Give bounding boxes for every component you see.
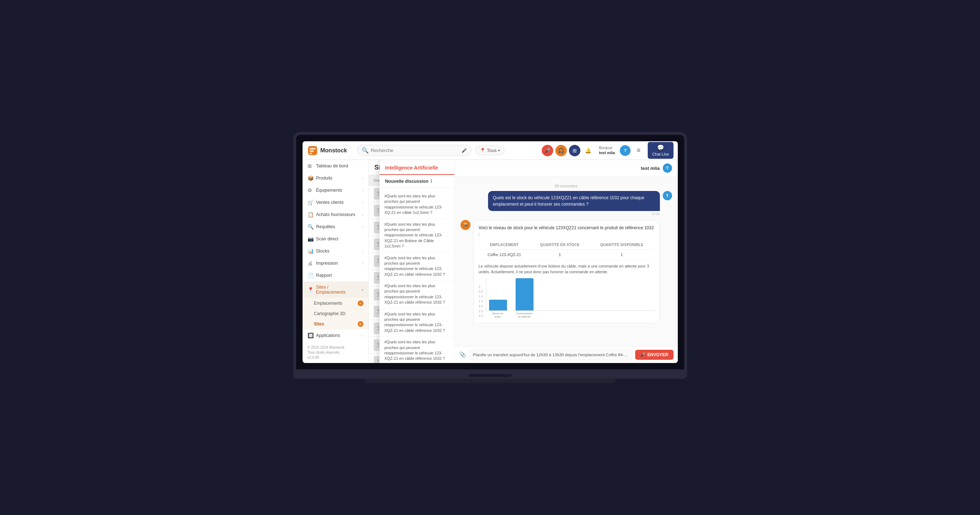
ai-input-field[interactable]: Planifie un transfert aujourd'hui de 12h… bbox=[469, 349, 632, 360]
sidebar-item-ventes-clients[interactable]: 🛒 Ventes clients › bbox=[302, 196, 368, 209]
sidebar-item-rapport[interactable]: 📄 Rapport bbox=[302, 269, 368, 282]
requetes-icon: 🔍 bbox=[307, 224, 313, 230]
ai-messages-area: 09 novembre Quels est le stock du véhicu… bbox=[455, 177, 678, 346]
conversation-item[interactable]: #Quels sont les sites les plus proches q… bbox=[380, 336, 454, 363]
emplacements-label: Emplacements bbox=[314, 301, 342, 306]
sidebar-item-applications[interactable]: 🔲 Applications › bbox=[302, 330, 368, 342]
ai-sidebar: Intelligence Artificielle Nouvelle discu… bbox=[380, 160, 455, 363]
attach-icon[interactable]: 📎 bbox=[459, 351, 466, 358]
ai-main-header: test mlia T bbox=[455, 160, 678, 177]
tableau-de-bord-icon: ⊞ bbox=[307, 163, 313, 169]
location-value: Tous bbox=[487, 148, 496, 153]
svg-point-21 bbox=[377, 326, 379, 328]
chat-live-button[interactable]: 💬 Chat LIve bbox=[648, 142, 673, 159]
bar-chart: 3.02.52.01.51.00.50 bbox=[479, 279, 654, 319]
sidebar-item-stocks[interactable]: 📊 Stocks › bbox=[302, 245, 368, 257]
conversation-item[interactable]: #Quels sont les sites les plus proches q… bbox=[380, 191, 454, 219]
ai-panel: Intelligence Artificielle Nouvelle discu… bbox=[380, 160, 678, 363]
sidebar-sub-cartographie[interactable]: Cartographie 3D bbox=[302, 309, 368, 319]
sidebar: ⊞ Tableau de bord 📦 Produits › ⚙ Équipem… bbox=[302, 160, 369, 363]
bot-intro: Voici le niveau de stock pour le véhicul… bbox=[479, 225, 654, 238]
conversation-item[interactable]: #Quels sont les sites les plus proches q… bbox=[380, 280, 454, 309]
ai-tab-title: Intelligence Artificielle bbox=[385, 165, 449, 174]
user-message-bubble: Quels est le stock du véhicule 123XQZ21 … bbox=[488, 191, 660, 211]
stock-table: EMPLACEMENT QUANTITÉ EN STOCK QUANTITÉ D… bbox=[479, 240, 654, 260]
sidebar-sub-emplacements[interactable]: Emplacements + bbox=[302, 298, 368, 309]
sidebar-label-produits: Produits bbox=[316, 176, 332, 181]
conversation-item[interactable]: #Quels sont les sites les plus proches q… bbox=[380, 309, 454, 337]
y-axis-label: 0 bbox=[479, 285, 484, 290]
svg-point-9 bbox=[377, 225, 379, 227]
sidebar-label-tableau-de-bord: Tableau de bord bbox=[316, 163, 348, 168]
achats-icon: 📋 bbox=[307, 212, 313, 217]
search-bar[interactable]: 🔍 🎤 bbox=[357, 145, 472, 156]
sidebar-item-produits[interactable]: 📦 Produits › bbox=[302, 172, 368, 184]
sidebar-label-applications: Applications bbox=[316, 333, 340, 338]
conversation-item[interactable]: #Quels sont les sites les plus proches q… bbox=[380, 252, 454, 281]
chevron-icon: › bbox=[362, 176, 363, 180]
laptop-base bbox=[293, 372, 687, 379]
hamburger-btn[interactable]: ≡ bbox=[633, 145, 644, 156]
search-icon: 🔍 bbox=[362, 147, 369, 154]
sidebar-item-equipements[interactable]: ⚙ Équipements › bbox=[302, 184, 368, 196]
search-input[interactable] bbox=[371, 148, 460, 153]
qty-stock-cell: 1 bbox=[530, 250, 589, 260]
logo-text: Monstock bbox=[320, 147, 347, 154]
chat-live-label: Chat LIve bbox=[652, 152, 669, 157]
ai-conversations-list: #Quels sont les sites les plus proches q… bbox=[380, 188, 454, 363]
chart-bars-container: Stock en main Commandes en attente bbox=[486, 279, 654, 319]
applications-icon: 🔲 bbox=[307, 333, 313, 338]
scan-icon: 📷 bbox=[307, 236, 313, 242]
emplacement-cell: Coffre 123-XQZ-21 bbox=[479, 250, 530, 260]
sidebar-label-ventes: Ventes clients bbox=[316, 200, 344, 205]
send-button[interactable]: 🎤 ENVOYER bbox=[635, 350, 673, 360]
sites-add-btn[interactable]: + bbox=[358, 321, 363, 327]
headset-btn[interactable]: 🎧 bbox=[555, 145, 567, 156]
sidebar-item-sites-emplacements[interactable]: 📍 Sites / Emplacements ▾ bbox=[302, 282, 368, 298]
bot-message-bubble: Voici le niveau de stock pour le véhicul… bbox=[473, 220, 660, 323]
notification-btn[interactable]: 🔔 bbox=[582, 145, 594, 156]
laptop-notch bbox=[469, 374, 512, 377]
bot-avatar-icon: 📦 bbox=[460, 220, 471, 230]
conversation-item[interactable]: #Quels sont les sites les plus proches q… bbox=[380, 219, 454, 252]
cartographie-label: Cartographie 3D bbox=[314, 311, 345, 316]
chevron-icon: › bbox=[362, 225, 363, 229]
svg-point-23 bbox=[377, 342, 379, 345]
stock-row: Coffre 123-XQZ-21 1 1 bbox=[479, 250, 654, 260]
user-msg-avatar: T bbox=[663, 191, 672, 200]
sidebar-item-impression[interactable]: 🖨 Impression › bbox=[302, 257, 368, 269]
location-dropdown[interactable]: 📍 Tous ▾ bbox=[475, 146, 504, 155]
chevron-icon: › bbox=[362, 189, 363, 192]
grid-btn[interactable]: ⊞ bbox=[569, 145, 581, 156]
svg-rect-1 bbox=[310, 148, 315, 149]
ai-main: test mlia T 09 novembre Quels est le sto… bbox=[455, 160, 678, 363]
sidebar-label-rapport: Rapport bbox=[316, 273, 332, 278]
bar-stock bbox=[489, 300, 507, 311]
sidebar-item-achats-fournisseurs[interactable]: 📋 Achats fournisseurs › bbox=[302, 209, 368, 221]
user-message: Quels est le stock du véhicule 123XQZ21 … bbox=[460, 191, 672, 216]
sidebar-item-tableau-de-bord[interactable]: ⊞ Tableau de bord bbox=[302, 160, 368, 172]
svg-point-25 bbox=[377, 360, 379, 361]
ai-input-area: 📎 Planifie un transfert aujourd'hui de 1… bbox=[455, 346, 678, 363]
y-axis-label: 3.0 bbox=[479, 314, 484, 319]
emplacements-add-btn[interactable]: + bbox=[358, 300, 363, 306]
sidebar-item-scan-direct[interactable]: 📷 Scan direct bbox=[302, 233, 368, 245]
new-discussion-label: Nouvelle discussion bbox=[385, 179, 429, 184]
chevron-icon: › bbox=[362, 261, 363, 265]
sidebar-label-stocks: Stocks bbox=[316, 249, 330, 254]
y-axis-label: 1.5 bbox=[479, 299, 484, 304]
date-divider: 09 novembre bbox=[460, 184, 672, 188]
x-axis-labels: Stock en main Commandes en attente bbox=[486, 311, 654, 319]
sidebar-item-requetes[interactable]: 🔍 Requêtes › bbox=[302, 221, 368, 233]
greeting-text: Bonjour bbox=[599, 146, 615, 150]
impression-icon: 🖨 bbox=[307, 260, 313, 266]
laptop-stand bbox=[365, 379, 616, 383]
user-avatar[interactable]: T bbox=[620, 145, 630, 156]
sidebar-sub-sites[interactable]: Sites + bbox=[302, 319, 368, 330]
main-layout: ⊞ Tableau de bord 📦 Produits › ⚙ Équipem… bbox=[302, 160, 678, 363]
new-discussion-btn[interactable]: Nouvelle discussion ℹ bbox=[380, 175, 454, 188]
x-label-commandes: Commandes en attente bbox=[515, 312, 533, 319]
send-icon: 🎤 bbox=[640, 352, 646, 357]
microphone-btn[interactable]: 🎤 bbox=[542, 145, 553, 156]
bar-commandes-bar bbox=[515, 278, 533, 311]
